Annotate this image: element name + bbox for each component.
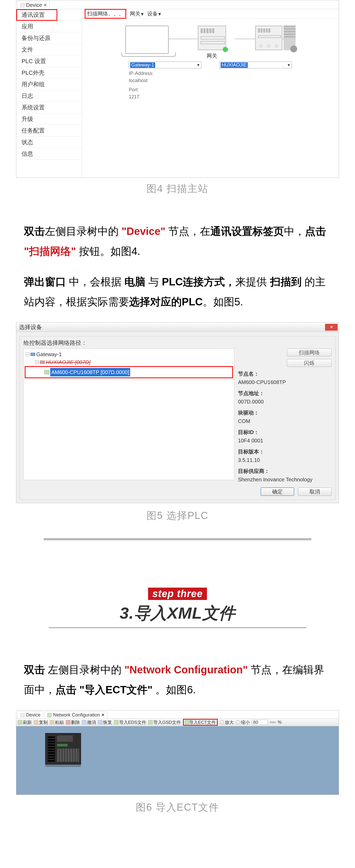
fig4-device-window: Device × 通讯设置 应用 备份与还原 文件 PLC 设置 PLC外壳 用… [16,0,339,178]
import-ect-button[interactable]: 导入ECT文件 [183,719,218,726]
import-gsd-button[interactable]: 导入GSD文件 [148,719,181,725]
cancel-button[interactable]: 取消 [298,487,332,496]
detail-target-ver: 目标版本：3.5.11.10 [238,447,332,464]
fig6-canvas[interactable] [16,726,339,795]
fig6-tab-network-config[interactable]: Network Configuration × [44,712,107,718]
step-tag: step three [148,588,207,600]
network-tree[interactable]: − Gateway-1 − HUXIAOJIE [007D] [23,348,234,480]
gateway-select[interactable]: Gateway-1 ▼ [129,62,201,68]
undo-icon [82,720,86,724]
tree-root[interactable]: − Gateway-1 [25,350,233,358]
fig4-main: 扫描网络。。。 网关 ▾ 设备 ▾ 网关 [82,9,339,178]
tree-node-strike[interactable]: − HUXIAOJIE [007D] [25,358,233,366]
tree-node-selected[interactable]: AM600-CPU1608TP [007D.0000] [26,368,232,376]
scan-network-button[interactable]: 扫描网络 [287,348,332,356]
device-icon [20,713,25,717]
redo-button[interactable]: 恢复 [98,719,112,725]
sidebar-item[interactable]: 日志 [16,90,82,102]
fig5-heading: 给控制器选择网络路径： [23,339,332,347]
network-icon [47,713,52,717]
fig6-tab-device[interactable]: Device [18,712,43,718]
detail-driver: 块驱动：COM [238,408,332,425]
sidebar-item[interactable]: 系统设置 [16,102,82,113]
file-icon [148,720,153,724]
file-icon [114,720,118,724]
fig5-right-panel: 扫描网络 闪烁 节点名：AM600-CPU1608TP 节点地址：007D.00… [234,348,332,484]
fig4-sidebar: 通讯设置 应用 备份与还原 文件 PLC 设置 PLC外壳 用户和组 日志 系统… [16,9,82,178]
undo-button[interactable]: 撤消 [82,719,96,725]
zoom-value-input[interactable]: 80 [252,720,268,725]
file-icon [185,720,189,724]
fig5-caption: 图5 选择PLC [0,509,355,522]
detail-node-addr: 节点地址：007D.0000 [238,389,332,406]
gateway-icon [31,353,35,356]
paragraph-1: 双击左侧目录树中的 "Device" 节点，在通讯设置标签页中，点击 "扫描网络… [24,221,331,261]
fig6-tabstrip: Device Network Configuration × [16,710,339,718]
detail-node-name: 节点名：AM600-CPU1608TP [238,370,332,386]
expand-icon[interactable]: − [35,360,39,364]
copy-button[interactable]: 复制 [34,719,48,725]
blink-button[interactable]: 闪烁 [287,359,332,367]
percent-label: % [278,720,282,725]
plc-device-icon[interactable] [45,733,81,765]
paste-icon [50,720,54,724]
dialog-title: 选择设备 [19,323,42,331]
dropdown-icon: ▼ [287,63,291,67]
zoom-out-button[interactable]: 缩小 [236,719,250,725]
fig4-tab-device[interactable]: Device × [18,1,50,9]
dropdown-icon: ▼ [196,63,200,67]
device-icon [20,3,25,7]
scan-network-button[interactable]: 扫描网络。。。 [85,9,126,19]
close-icon[interactable]: × [101,712,104,718]
paragraph-3: 双击 左侧目录树中的 "Network Configuration" 节点，在编… [24,660,331,700]
delete-icon [66,720,70,724]
sidebar-item[interactable]: 信息 [16,148,82,160]
import-eds-button[interactable]: 导入EDS文件 [114,719,146,725]
refresh-icon [18,720,22,724]
step-title: 3.导入XML文件 [24,602,331,624]
detail-target-id: 目标ID：10F4 0001 [238,428,332,445]
sidebar-item[interactable]: 应用 [16,21,82,32]
fig6-toolbar: 刷新 复制 粘贴 删除 撤消 恢复 导入EDS文件 导入GSD文件 导入ECT文… [16,718,339,726]
paste-button[interactable]: 粘贴 [50,719,64,725]
refresh-button[interactable]: 刷新 [18,719,32,725]
rack-icon [284,26,296,50]
sidebar-item[interactable]: 文件 [16,44,82,56]
sidebar-item[interactable]: 升级 [16,113,82,125]
step3-heading: step three 3.导入XML文件 [24,588,331,628]
expand-icon[interactable]: − [26,352,29,356]
zoom-in-button[interactable]: 放大 [220,719,234,725]
gateway-label: 网关 [198,52,226,59]
close-button[interactable]: ✕ [325,324,337,331]
toolbar-gateway[interactable]: 网关 ▾ [130,10,143,18]
fig4-caption: 图4 扫描主站 [0,182,355,195]
dropdown-icon: ▾ [158,11,161,17]
device-icon [255,26,283,50]
zoom-in-icon [220,720,224,724]
device-select[interactable]: HUXIAOJIE ▼ [219,62,292,68]
sidebar-item[interactable]: 任务配置 [16,125,82,136]
fig5-select-device-dialog: 选择设备 ✕ 给控制器选择网络路径： − Gateway-1 − [16,322,339,503]
device-block [255,26,296,50]
sidebar-item[interactable]: 备份与还原 [16,32,82,44]
close-icon[interactable]: × [44,2,47,8]
fig4-toolbar: 扫描网络。。。 网关 ▾ 设备 ▾ [82,9,339,19]
fig4-tabstrip: Device × [16,0,339,9]
step-rule [49,627,306,628]
laptop-icon [125,26,169,54]
sidebar-item[interactable]: 状态 [16,136,82,148]
gateway-icon [198,26,226,50]
fig6-network-config-window: Device Network Configuration × 刷新 复制 粘贴 … [16,710,339,795]
sidebar-item[interactable]: 用户和组 [16,79,82,90]
zoom-slider[interactable] [270,721,276,723]
sidebar-item[interactable]: PLC外壳 [16,67,82,79]
gateway-info: IP-Address:localhost Port:1217 [129,70,201,100]
redo-icon [98,720,102,724]
toolbar-device[interactable]: 设备 ▾ [147,10,161,18]
delete-button[interactable]: 删除 [66,719,80,725]
fig6-caption: 图6 导入ECT文件 [0,801,355,814]
ok-button[interactable]: 确定 [261,487,294,496]
pc-icon [40,361,45,364]
sidebar-item[interactable]: PLC 设置 [16,56,82,67]
sidebar-item[interactable]: 通讯设置 [16,9,82,21]
